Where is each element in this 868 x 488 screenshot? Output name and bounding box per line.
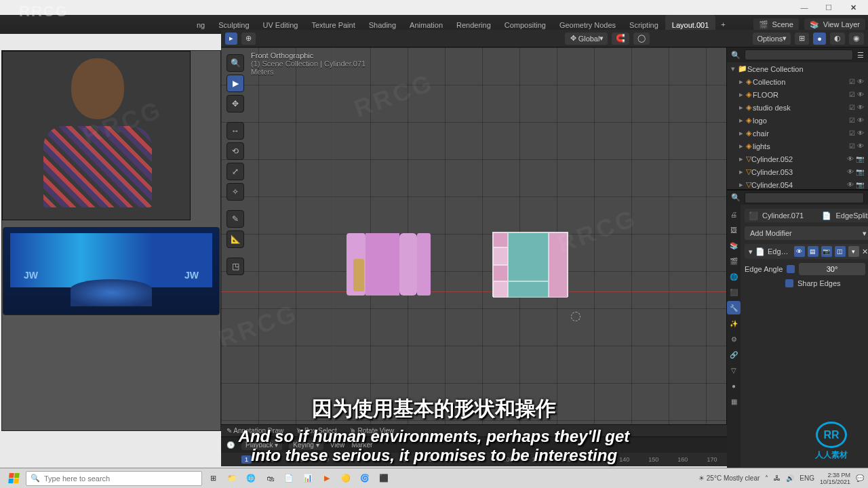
chevron-down-icon: ▾ [783,34,787,43]
outliner-item[interactable]: ▸◈lights☑ 👁 [727,140,868,152]
viewport-mesh-a[interactable] [347,233,435,296]
snap-toggle[interactable]: 🧲 [612,33,629,45]
3d-cursor-icon [571,312,580,321]
tray-lang-icon[interactable]: ENG [800,474,814,482]
outliner-root[interactable]: ▾ 📁 Scene Collection [727,62,868,75]
options-label: Options [757,35,783,43]
add-primitive-tool-icon[interactable]: ◳ [226,258,244,275]
transform-tool-icon[interactable]: ✧ [226,183,244,201]
clock[interactable]: 2:38 PM10/15/2021 [820,472,850,485]
system-tray[interactable]: ☀ 25°C Mostly clear ˄ 🖧 🔊 ENG 2:38 PM10/… [698,472,864,485]
weather-widget[interactable]: ☀ 25°C Mostly clear [698,474,760,482]
tray-volume-icon[interactable]: 🔊 [786,474,794,482]
edge-angle-checkbox[interactable] [787,265,795,273]
mod-vis-cage-icon[interactable]: ◫ [835,246,846,257]
mod-vis-render-icon[interactable]: 📷 [821,246,832,257]
subtitle-cn: 因为使用基本的形状和操作 [312,395,556,423]
3d-viewport[interactable]: D: 5.632 m (5.632 m) along global X 🔍 ▶ … [221,47,727,436]
outliner-item[interactable]: ▸▽Cylinder.054👁 📷 [727,178,868,190]
modifier-edgesplit-row[interactable]: ▾ 📄 Edg… 👁 ▤ 📷 ◫ ▾ ✕ [745,244,868,259]
taskbar-app-store-icon[interactable]: 🛍 [262,470,278,487]
scale-tool-icon[interactable]: ⤢ [226,163,244,180]
prop-tab-viewlayer-icon[interactable]: 📚 [727,239,741,252]
taskbar-app-word-icon[interactable]: 📄 [281,470,297,487]
timeline-editor-icon[interactable]: 🕒 [226,441,235,449]
tray-network-icon[interactable]: 🖧 [774,474,781,482]
prop-tab-physics-icon[interactable]: ⚙ [727,332,741,346]
sharp-edges-checkbox[interactable] [785,279,793,287]
properties-search-input[interactable] [745,192,864,203]
window-maximize-button[interactable]: ☐ [816,1,841,14]
outliner-item-label: logo [753,117,830,125]
object-name: Cylinder.071 [762,211,804,220]
ref-logo-left: JW [24,270,38,281]
prop-tab-render-icon[interactable]: 🖨 [727,207,741,221]
move-tool-icon[interactable]: ↔ [226,122,244,140]
zoom-tool-icon[interactable]: 🔍 [226,54,244,72]
view-name: Front Orthographic [251,52,366,60]
outliner-item[interactable]: ▸▽Cylinder.053👁 📷 [727,165,868,178]
view-context: (1) Scene Collection | Cylinder.071 [251,60,366,68]
tray-notifications-icon[interactable]: 💬 [856,474,864,482]
outliner-item[interactable]: ▸◈FLOOR☑ 👁 [727,88,868,101]
cursor-tool-icon[interactable]: ⊕ [241,33,256,45]
taskbar-app-ppt-icon[interactable]: 📊 [300,470,316,487]
disclosure-icon[interactable]: ▾ [749,247,753,256]
start-button[interactable] [4,471,23,486]
proportional-toggle[interactable]: ◯ [633,33,650,45]
annotate-tool-icon[interactable]: ✎ [226,210,244,228]
view-layer-selector[interactable]: 📚 View Layer [804,18,865,30]
disclosure-icon[interactable]: ▾ [731,64,735,73]
window-close-button[interactable]: ✕ [841,1,865,14]
prop-tab-scene-icon[interactable]: 🎬 [727,254,741,268]
cursor-tool[interactable]: ✥ [226,95,244,113]
filter-icon[interactable]: ☰ [857,51,864,60]
measure-tool-icon[interactable]: 📐 [226,230,244,248]
scene-name: Scene [772,20,793,28]
options-dropdown[interactable]: Options ▾ [753,33,791,45]
taskbar-app-vlc-icon[interactable]: ▶ [319,470,335,487]
video-overlay-panel: JW JW [1,50,221,431]
outliner-item[interactable]: ▸▽Cylinder.052👁 📷 [727,152,868,165]
prop-tab-world-icon[interactable]: 🌐 [727,270,741,283]
rotate-tool-icon[interactable]: ⟲ [226,142,244,160]
select-box-tool[interactable]: ▶ [226,75,244,92]
taskbar-app-chrome-icon[interactable]: 🟡 [338,470,354,487]
prop-tab-material-icon[interactable]: ● [727,379,741,392]
edge-angle-value[interactable]: 30° [799,263,865,275]
shading-matprev-icon[interactable]: ◐ [830,33,845,45]
tray-chevron-up-icon[interactable]: ˄ [765,474,768,482]
tab-unknown[interactable]: ng [190,15,212,34]
prop-tab-constraints-icon[interactable]: 🔗 [727,348,741,361]
shading-wireframe-icon[interactable]: ⊞ [795,33,809,45]
taskbar-app-edge-icon[interactable]: 🌐 [243,470,259,487]
outliner-item[interactable]: ▸◈Collection☑ 👁 [727,75,868,88]
prop-tab-output-icon[interactable]: 🖼 [727,223,741,237]
outliner-item[interactable]: ▸◈studio desk☑ 👁 [727,101,868,114]
select-tool-icon[interactable]: ▸ [225,33,237,45]
scene-selector[interactable]: 🎬 Scene [753,18,799,30]
shading-solid-icon[interactable]: ● [813,33,826,45]
add-modifier-button[interactable]: Add Modifier ▾ [745,226,868,240]
outliner-search-input[interactable] [745,49,853,60]
taskbar-app-blender-icon[interactable]: 🌀 [357,470,373,487]
mod-vis-realtime-icon[interactable]: 👁 [794,246,805,257]
outliner-item[interactable]: ▸◈chair☑ 👁 [727,127,868,140]
prop-tab-mesh-icon[interactable]: ▽ [727,363,741,377]
prop-tab-object-icon[interactable]: ⬛ [727,285,741,299]
shading-rendered-icon[interactable]: ◉ [849,33,864,45]
taskbar-app-explorer-icon[interactable]: 📁 [224,470,240,487]
taskbar-app-other-icon[interactable]: ⬛ [376,470,392,487]
task-view-icon[interactable]: ⊞ [205,470,221,487]
prop-tab-texture-icon[interactable]: ▦ [727,394,741,408]
orientation-dropdown[interactable]: ✥ Global ▾ [565,33,608,45]
taskbar-search-input[interactable]: 🔍 Type here to search [26,471,202,486]
mod-extra-icon[interactable]: ▾ [848,246,859,257]
close-icon[interactable]: ✕ [862,247,868,256]
mod-vis-edit-icon[interactable]: ▤ [808,246,818,257]
outliner-item[interactable]: ▸◈logo☑ 👁 [727,114,868,127]
properties-breadcrumb[interactable]: ⬛ Cylinder.071 📄 EdgeSplit [745,209,868,222]
prop-tab-particles-icon[interactable]: ✨ [727,317,741,330]
prop-tab-modifiers-icon[interactable]: 🔧 [727,301,741,314]
window-minimize-button[interactable]: — [792,1,816,14]
